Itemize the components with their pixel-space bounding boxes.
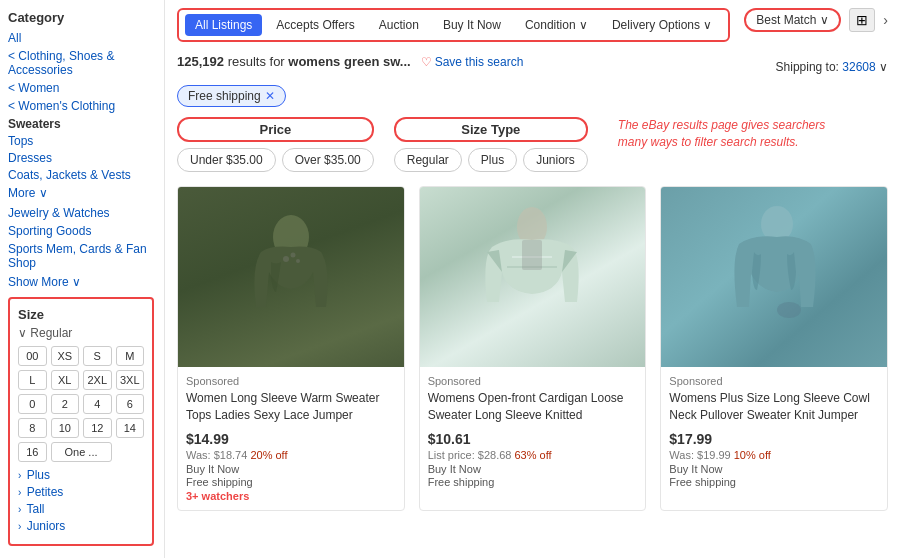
sidebar-item-dresses[interactable]: Dresses [8,151,154,165]
product-price-1: $14.99 [186,431,396,447]
product-off-2: 63% off [515,449,552,461]
filter-buy-it-now[interactable]: Buy It Now [433,14,511,36]
product-shipping-1: Free shipping [186,476,396,488]
product-price-2: $10.61 [428,431,638,447]
grid-view-button[interactable]: ⊞ [849,8,875,32]
size-00[interactable]: 00 [18,346,47,366]
sidebar-item-coats[interactable]: Coats, Jackets & Vests [8,168,154,182]
filter-auction[interactable]: Auction [369,14,429,36]
size-s[interactable]: S [83,346,112,366]
results-count-text: 125,192 results for womens green sw... [177,54,411,69]
chevron-small-icon: ∨ [879,60,888,74]
size-6[interactable]: 6 [116,394,145,414]
product-info-2: Sponsored Womens Open-front Cardigan Loo… [420,367,646,498]
sidebar-item-tops[interactable]: Tops [8,134,154,148]
size-juniors[interactable]: › Juniors [18,519,144,533]
size-2[interactable]: 2 [51,394,80,414]
chevron-down-icon: ∨ [820,13,829,27]
size-plus[interactable]: › Plus [18,468,144,482]
product-listing-1: Buy It Now [186,463,396,475]
product-price-3: $17.99 [669,431,879,447]
price-under-35[interactable]: Under $35.00 [177,148,276,172]
sidebar-item-women[interactable]: < Women [8,81,154,95]
size-filter-title: Size [18,307,144,322]
product-card-1[interactable]: Sponsored Women Long Sleeve Warm Sweater… [177,186,405,511]
zip-code-link[interactable]: 32608 [842,60,875,74]
save-search-label: Save this search [435,55,524,69]
svg-rect-7 [522,240,542,270]
size-type-title: Size Type [394,117,588,142]
size-l[interactable]: L [18,370,47,390]
free-shipping-filter[interactable]: Free shipping ✕ [177,85,286,107]
product-off-1: 20% off [250,449,287,461]
results-number: 125,192 [177,54,224,69]
sidebar-more-sweaters[interactable]: More ∨ [8,186,48,200]
price-over-35[interactable]: Over $35.00 [282,148,374,172]
size-4[interactable]: 4 [83,394,112,414]
size-one[interactable]: One ... [51,442,112,462]
results-prefix: results for [228,54,289,69]
size-3xl[interactable]: 3XL [116,370,145,390]
free-shipping-label: Free shipping [188,89,261,103]
product-was-1: Was: $18.74 20% off [186,449,396,461]
product-grid: Sponsored Women Long Sleeve Warm Sweater… [177,186,888,511]
product-info-3: Sponsored Womens Plus Size Long Sleeve C… [661,367,887,498]
sidebar-item-sporting[interactable]: Sporting Goods [8,224,154,238]
size-14[interactable]: 14 [116,418,145,438]
sidebar-item-womens-clothing[interactable]: < Women's Clothing [8,99,154,113]
shipping-to: Shipping to: 32608 ∨ [776,60,888,74]
product-card-3[interactable]: Sponsored Womens Plus Size Long Sleeve C… [660,186,888,511]
sidebar-item-all[interactable]: All [8,31,154,45]
sweater-img-2 [420,187,646,367]
results-query: womens green sw... [288,54,410,69]
size-type-options: Regular Plus Juniors [394,148,588,172]
chevron-right-icon: › [883,12,888,28]
size-regular-label[interactable]: ∨ Regular [18,326,144,340]
price-filter-title: Price [177,117,374,142]
size-regular[interactable]: Regular [394,148,462,172]
size-plus[interactable]: Plus [468,148,517,172]
filter-delivery-options[interactable]: Delivery Options ∨ [602,14,722,36]
results-info-row: 125,192 results for womens green sw... ♡… [177,54,888,79]
size-m[interactable]: M [116,346,145,366]
shipping-label: Shipping to: [776,60,839,74]
filter-accepts-offers[interactable]: Accepts Offers [266,14,364,36]
sidebar: Category All < Clothing, Shoes & Accesso… [0,0,165,558]
size-8[interactable]: 8 [18,418,47,438]
size-grid-regular: 00 XS S M L XL 2XL 3XL 0 2 4 6 8 10 12 1… [18,346,144,462]
filter-all-listings[interactable]: All Listings [185,14,262,36]
size-xs[interactable]: XS [51,346,80,366]
size-tall[interactable]: › Tall [18,502,144,516]
size-2xl[interactable]: 2XL [83,370,112,390]
sidebar-item-sports[interactable]: Sports Mem, Cards & Fan Shop [8,242,154,270]
product-title-2: Womens Open-front Cardigan Loose Sweater… [428,390,638,426]
size-16[interactable]: 16 [18,442,47,462]
product-off-3: 10% off [734,449,771,461]
size-0[interactable]: 0 [18,394,47,414]
size-petites[interactable]: › Petites [18,485,144,499]
results-count-row: 125,192 results for womens green sw... ♡… [177,54,523,69]
save-search-link[interactable]: ♡ Save this search [421,55,524,69]
sponsored-3: Sponsored [669,375,879,387]
product-card-2[interactable]: Sponsored Womens Open-front Cardigan Loo… [419,186,647,511]
active-filters-row: Free shipping ✕ [177,85,888,107]
price-options: Under $35.00 Over $35.00 [177,148,374,172]
size-filter-section: Size ∨ Regular 00 XS S M L XL 2XL 3XL 0 … [8,297,154,546]
size-xl[interactable]: XL [51,370,80,390]
remove-free-shipping-icon[interactable]: ✕ [265,89,275,103]
product-listing-2: Buy It Now [428,463,638,475]
sponsored-1: Sponsored [186,375,396,387]
size-type-filter-group: Size Type Regular Plus Juniors [394,117,588,172]
sidebar-item-jewelry[interactable]: Jewelry & Watches [8,206,154,220]
product-listing-3: Buy It Now [669,463,879,475]
size-juniors[interactable]: Juniors [523,148,588,172]
size-10[interactable]: 10 [51,418,80,438]
best-match-button[interactable]: Best Match ∨ [744,8,841,32]
size-12[interactable]: 12 [83,418,112,438]
sidebar-show-more[interactable]: Show More ∨ [8,275,81,289]
filter-condition[interactable]: Condition ∨ [515,14,598,36]
sidebar-item-clothing[interactable]: < Clothing, Shoes & Accessories [8,49,154,77]
product-img-3 [661,187,887,367]
sweaters-label: Sweaters [8,117,154,131]
category-title: Category [8,10,154,25]
